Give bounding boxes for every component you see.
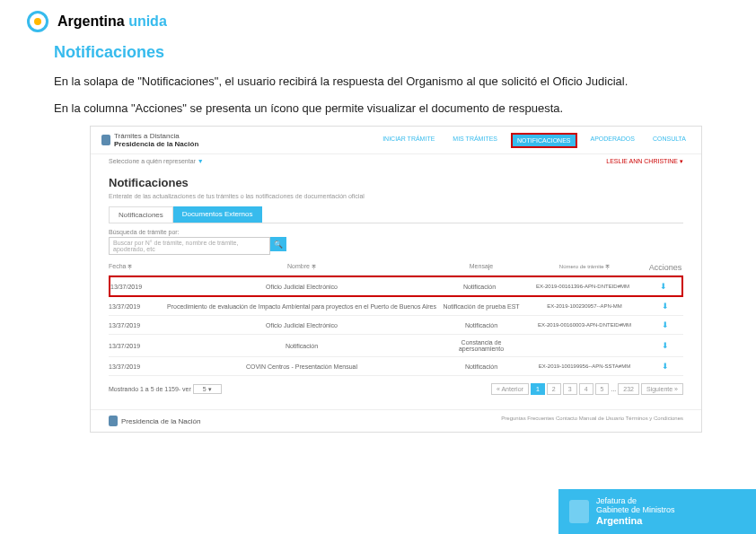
prev-button[interactable]: « Anterior <box>491 383 529 395</box>
nav-apoderados[interactable]: APODERADOS <box>586 133 639 148</box>
content-area: Notificaciones En la solapa de "Notifica… <box>0 43 756 117</box>
ss-pagination: Mostrando 1 a 5 de 1159- ver 5 ▾ « Anter… <box>109 376 683 402</box>
chevron-down-icon[interactable]: ▼ <box>198 158 203 163</box>
table-row: 13/37/2019Oficio Judicial ElectrónicoNot… <box>109 276 683 297</box>
ss-brand: Trámites a Distancia Presidencia de la N… <box>101 132 198 148</box>
logo-icon <box>27 11 48 32</box>
sort-icon[interactable]: ≑ <box>312 264 316 269</box>
search-button[interactable]: 🔍 <box>270 237 286 251</box>
table-row: 13/37/2019COVIN Centros - Presentación M… <box>109 357 683 376</box>
download-icon[interactable]: ⬇ <box>646 282 681 291</box>
shield-icon <box>109 416 118 426</box>
tab-notificaciones[interactable]: Notificaciones <box>109 206 173 223</box>
page-1[interactable]: 1 <box>531 383 545 395</box>
page-3[interactable]: 3 <box>563 383 577 395</box>
table-row: 13/37/2019Oficio Judicial ElectrónicoNot… <box>109 316 683 335</box>
ss-user-row: Seleccione a quién representar ▼ LESLIE … <box>91 154 701 169</box>
search-input[interactable]: Buscar por N° de trámite, nombre de trám… <box>109 237 270 255</box>
description-1: En la solapa de "Notificaciones", el usu… <box>54 73 702 91</box>
chevron-down-icon[interactable]: ▾ <box>680 158 683 164</box>
nav-consulta[interactable]: CONSULTA <box>648 133 690 148</box>
ss-subtitle: Enterate de las actualizaciones de tus t… <box>109 193 683 199</box>
embedded-screenshot: Trámites a Distancia Presidencia de la N… <box>90 126 702 433</box>
page-footer: Jefatura de Gabinete de Ministros Argent… <box>558 489 756 534</box>
sort-icon[interactable]: ≑ <box>605 264 610 269</box>
table-row: 13/37/2019Procedimiento de evaluación de… <box>109 297 683 316</box>
ss-table: Fecha ≑ Nombre ≑ Mensaje Número de trámi… <box>109 260 683 376</box>
per-page-select[interactable]: 5 ▾ <box>193 384 222 394</box>
shield-icon <box>569 500 589 523</box>
section-title: Notificaciones <box>54 43 702 62</box>
download-icon[interactable]: ⬇ <box>647 320 683 329</box>
description-2: En la columna "Acciones" se presenta un … <box>54 100 702 118</box>
download-icon[interactable]: ⬇ <box>647 302 683 311</box>
brand-text: Argentina unida <box>57 13 167 30</box>
download-icon[interactable]: ⬇ <box>647 341 683 350</box>
page-last[interactable]: 232 <box>618 383 639 395</box>
ss-tabs: Notificaciones Documentos Externos <box>109 206 683 223</box>
tab-documentos[interactable]: Documentos Externos <box>173 206 262 223</box>
table-header: Fecha ≑ Nombre ≑ Mensaje Número de trámi… <box>109 260 683 276</box>
table-row: 13/37/2019NotificaciónConstancia de aper… <box>109 335 683 357</box>
search-label: Búsqueda de trámite por: <box>109 229 683 235</box>
ss-footer: Presidencia de la Nación Preguntas Frecu… <box>91 409 701 432</box>
ss-nav: INICIAR TRÁMITE MIS TRÁMITES NOTIFICACIO… <box>378 133 690 148</box>
ss-main-title: Notificaciones <box>109 176 683 189</box>
nav-iniciar[interactable]: INICIAR TRÁMITE <box>378 133 439 148</box>
ss-username[interactable]: LESLIE ANN CHRISTINE <box>606 158 678 164</box>
page-header: Argentina unida <box>0 0 756 43</box>
sort-icon[interactable]: ≑ <box>127 264 132 269</box>
download-icon[interactable]: ⬇ <box>647 362 683 371</box>
shield-icon <box>101 135 110 145</box>
nav-notificaciones[interactable]: NOTIFICACIONES <box>511 133 577 148</box>
next-button[interactable]: Siguiente » <box>641 383 683 395</box>
nav-mis-tramites[interactable]: MIS TRÁMITES <box>448 133 502 148</box>
page-2[interactable]: 2 <box>547 383 561 395</box>
ss-topbar: Trámites a Distancia Presidencia de la N… <box>91 127 701 154</box>
page-5[interactable]: 5 <box>595 383 610 395</box>
page-4[interactable]: 4 <box>579 383 593 395</box>
